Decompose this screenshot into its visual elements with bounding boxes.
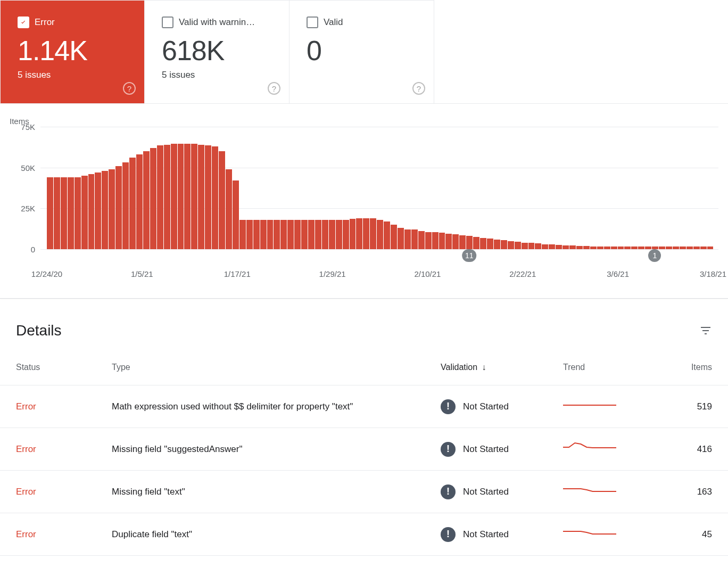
bar[interactable]: [452, 234, 459, 249]
checkbox-icon[interactable]: [307, 17, 318, 28]
col-status[interactable]: Status: [0, 352, 96, 385]
bar[interactable]: [102, 171, 108, 249]
col-type[interactable]: Type: [96, 352, 425, 385]
bar[interactable]: [418, 231, 425, 249]
bar[interactable]: [377, 220, 383, 249]
bar[interactable]: [143, 151, 150, 249]
bar[interactable]: [171, 144, 177, 249]
bar[interactable]: [109, 169, 115, 249]
bar[interactable]: [487, 239, 493, 249]
bar[interactable]: [569, 245, 576, 249]
bar[interactable]: [178, 144, 184, 249]
table-row[interactable]: ErrorMissing field "text"!Not Started163: [0, 471, 728, 513]
bar[interactable]: [267, 220, 274, 249]
bar[interactable]: [315, 220, 321, 249]
bar[interactable]: [129, 158, 136, 249]
bar[interactable]: [336, 220, 342, 249]
bar[interactable]: [562, 245, 569, 249]
bar[interactable]: [239, 220, 246, 249]
not-started-icon: !: [441, 484, 456, 499]
bar[interactable]: [549, 244, 555, 249]
bar[interactable]: [301, 220, 308, 249]
bar[interactable]: [556, 245, 562, 249]
bar[interactable]: [432, 232, 439, 249]
bar[interactable]: [370, 218, 376, 249]
bar[interactable]: [391, 225, 397, 249]
bar[interactable]: [274, 220, 280, 249]
bar[interactable]: [459, 235, 466, 249]
bar[interactable]: [480, 238, 486, 249]
bar[interactable]: [522, 243, 528, 249]
col-trend[interactable]: Trend: [547, 352, 664, 385]
bar[interactable]: [115, 166, 122, 249]
bar[interactable]: [260, 220, 267, 249]
bar[interactable]: [47, 177, 53, 249]
bar[interactable]: [404, 229, 411, 249]
bar[interactable]: [95, 172, 101, 249]
bar[interactable]: [219, 151, 225, 249]
bar[interactable]: [226, 169, 232, 249]
chart-marker[interactable]: 11: [462, 249, 477, 262]
bar[interactable]: [233, 180, 239, 249]
bar[interactable]: [81, 176, 88, 249]
help-icon[interactable]: ?: [412, 82, 425, 95]
bar[interactable]: [466, 236, 473, 249]
bar[interactable]: [384, 221, 390, 249]
chart-marker[interactable]: 1: [648, 249, 661, 262]
table-row[interactable]: ErrorDuplicate field "text"!Not Started4…: [0, 513, 728, 556]
status-card-2[interactable]: Valid0?: [289, 0, 434, 103]
bar[interactable]: [350, 219, 356, 249]
bar[interactable]: [246, 220, 253, 249]
bar[interactable]: [308, 220, 315, 249]
table-row[interactable]: ErrorMath expression used without $$ del…: [0, 385, 728, 428]
bar[interactable]: [191, 144, 197, 249]
bar[interactable]: [411, 229, 418, 249]
bar[interactable]: [322, 220, 328, 249]
col-items[interactable]: Items: [664, 352, 728, 385]
bar[interactable]: [363, 218, 369, 249]
bar[interactable]: [515, 242, 521, 249]
bar[interactable]: [157, 145, 163, 249]
bar[interactable]: [445, 234, 452, 249]
bar[interactable]: [501, 240, 507, 249]
checkbox-icon[interactable]: [162, 17, 173, 28]
bar[interactable]: [398, 228, 404, 249]
col-validation[interactable]: Validation ↓: [425, 352, 547, 385]
bar[interactable]: [542, 244, 548, 249]
help-icon[interactable]: ?: [268, 82, 280, 95]
bar[interactable]: [88, 174, 95, 249]
bar[interactable]: [473, 237, 479, 249]
bar[interactable]: [329, 220, 335, 249]
bar[interactable]: [75, 177, 81, 249]
bar[interactable]: [54, 177, 60, 249]
bar[interactable]: [280, 220, 287, 249]
checkbox-icon[interactable]: [18, 17, 29, 28]
bar[interactable]: [343, 220, 349, 249]
bar[interactable]: [150, 148, 156, 249]
bar[interactable]: [528, 243, 535, 249]
bar[interactable]: [198, 145, 204, 249]
bar[interactable]: [184, 144, 191, 249]
bar[interactable]: [212, 146, 218, 249]
bar[interactable]: [136, 154, 143, 249]
filter-icon[interactable]: [699, 324, 712, 337]
bar[interactable]: [294, 220, 301, 249]
bar[interactable]: [205, 145, 211, 249]
help-icon[interactable]: ?: [123, 82, 136, 95]
bar[interactable]: [535, 243, 541, 249]
bar[interactable]: [508, 241, 514, 249]
bar[interactable]: [61, 177, 67, 249]
bar[interactable]: [494, 240, 500, 249]
trend-cell: [547, 471, 664, 513]
status-card-0[interactable]: Error1.14K5 issues?: [0, 0, 145, 103]
bar[interactable]: [122, 162, 129, 249]
bar[interactable]: [164, 145, 170, 249]
bar[interactable]: [68, 177, 74, 249]
table-row[interactable]: ErrorMissing field "suggestedAnswer"!Not…: [0, 428, 728, 471]
bar[interactable]: [425, 232, 432, 249]
bar[interactable]: [287, 220, 294, 249]
bar[interactable]: [439, 233, 445, 249]
bar[interactable]: [253, 220, 260, 249]
bar[interactable]: [356, 218, 362, 249]
status-card-1[interactable]: Valid with warnin…618K5 issues?: [145, 0, 289, 103]
